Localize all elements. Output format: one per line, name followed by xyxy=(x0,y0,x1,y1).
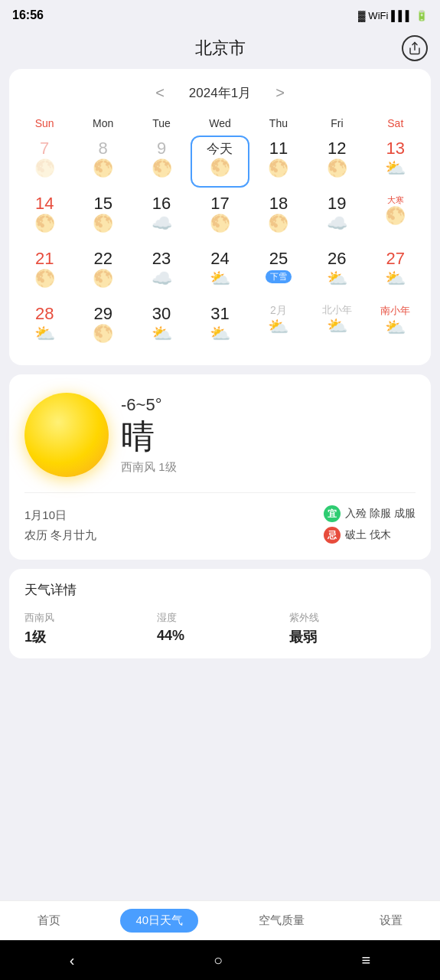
calendar-day-18[interactable]: 18 🌕 xyxy=(249,191,308,243)
calendar-day-14[interactable]: 14 🌕 xyxy=(15,191,73,243)
home-button[interactable]: ○ xyxy=(213,952,223,969)
day-header-thu: Thu xyxy=(249,114,308,132)
calendar-day-21[interactable]: 21 🌕 xyxy=(15,246,73,298)
almanac-row: 1月10日 农历 冬月廿九 宜 入殓 除服 成服 忌 破土 伐木 xyxy=(24,492,416,544)
calendar-day-feb1[interactable]: 2月 ⛅ xyxy=(249,301,308,353)
weather-icon-21: 🌕 xyxy=(34,270,55,287)
day-header-wed: Wed xyxy=(191,114,249,132)
almanac-yi: 宜 入殓 除服 成服 xyxy=(324,505,416,522)
calendar-day-27[interactable]: 27 ⛅ xyxy=(367,246,425,298)
weather-icon-19: ☁️ xyxy=(327,215,347,232)
weather-icon-22: 🌕 xyxy=(93,270,113,287)
calendar-day-29[interactable]: 29 🌕 xyxy=(73,301,132,353)
day-header-mon: Mon xyxy=(73,114,132,132)
detail-wind: 西南风 1级 xyxy=(24,611,151,646)
nav-40day[interactable]: 40日天气 xyxy=(120,909,198,933)
weather-icon-23: ☁️ xyxy=(152,270,172,287)
menu-button[interactable]: ≡ xyxy=(362,952,371,969)
almanac-date: 1月10日 农历 冬月廿九 xyxy=(24,505,96,544)
humidity-value: 44% xyxy=(157,628,184,644)
day-headers: Sun Mon Tue Wed Thu Fri Sat xyxy=(9,114,431,132)
signal-icon: ▌▌▌ xyxy=(391,10,412,21)
ji-badge: 忌 xyxy=(324,527,341,544)
weather-icon-north: ⛅ xyxy=(327,318,347,335)
next-month-button[interactable]: > xyxy=(266,81,294,105)
weather-icon-7: 🌕 xyxy=(34,160,55,177)
nav-settings[interactable]: 设置 xyxy=(364,909,418,933)
weather-icon-29: 🌕 xyxy=(93,325,113,342)
calendar-day-24[interactable]: 24 ⛅ xyxy=(191,246,249,298)
status-bar: 16:56 ▓ WiFi ▌▌▌ 🔋 xyxy=(0,0,440,31)
calendar-day-17[interactable]: 17 🌕 xyxy=(191,191,249,243)
details-section: 天气详情 西南风 1级 湿度 44% 紫外线 最弱 xyxy=(9,569,431,658)
weather-icon-south: ⛅ xyxy=(385,319,406,336)
calendar-day-22[interactable]: 22 🌕 xyxy=(73,246,132,298)
almanac-ji: 忌 破土 伐木 xyxy=(324,527,391,544)
day-header-sun: Sun xyxy=(15,114,73,132)
snow-badge: 下雪 xyxy=(266,270,292,283)
share-button[interactable] xyxy=(402,35,428,61)
weather-icon-26: ⛅ xyxy=(327,270,347,287)
calendar-day-11[interactable]: 11 🌕 xyxy=(249,136,308,188)
sun-icon-large xyxy=(24,393,109,477)
calendar-day-23[interactable]: 23 ☁️ xyxy=(132,246,191,298)
calendar-day-25[interactable]: 25 下雪 xyxy=(249,246,308,298)
month-nav: < 2024年1月 > xyxy=(9,78,431,114)
weather-info: -6~5° 晴 西南风 1级 xyxy=(121,395,416,474)
calendar-day-30[interactable]: 30 ⛅ xyxy=(132,301,191,353)
back-button[interactable]: ‹ xyxy=(70,952,75,969)
weather-icon-30: ⛅ xyxy=(152,325,172,342)
yi-badge: 宜 xyxy=(324,505,341,522)
almanac-right: 宜 入殓 除服 成服 忌 破土 伐木 xyxy=(324,505,416,544)
calendar-grid: 7 🌕 8 🌕 9 🌕 今天 🌕 11 🌕 12 🌕 13 ⛅ 14 xyxy=(9,132,431,356)
weather-icon-13: ⛅ xyxy=(385,160,406,177)
calendar-day-16[interactable]: 16 ☁️ xyxy=(132,191,191,243)
calendar-day-13[interactable]: 13 ⛅ xyxy=(367,136,425,188)
calendar-day-26[interactable]: 26 ⛅ xyxy=(308,246,366,298)
day-header-sat: Sat xyxy=(367,114,425,132)
weather-icon-9: 🌕 xyxy=(152,160,172,177)
calendar-day-31[interactable]: 31 ⛅ xyxy=(191,301,249,353)
weather-icon-31: ⛅ xyxy=(210,325,230,342)
calendar-day-12[interactable]: 12 🌕 xyxy=(308,136,366,188)
status-time: 16:56 xyxy=(12,8,44,22)
calendar-day-north-xiaonian[interactable]: 北小年 ⛅ xyxy=(308,301,366,353)
day-header-fri: Fri xyxy=(308,114,366,132)
detail-uv: 紫外线 最弱 xyxy=(289,611,416,646)
weather-icon-feb1: ⛅ xyxy=(268,318,288,335)
calendar-day-19[interactable]: 19 ☁️ xyxy=(308,191,366,243)
uv-value: 最弱 xyxy=(289,628,317,646)
nav-air-quality[interactable]: 空气质量 xyxy=(243,909,320,933)
detail-humidity: 湿度 44% xyxy=(157,611,283,646)
calendar-day-7[interactable]: 7 🌕 xyxy=(15,136,73,188)
weather-main: -6~5° 晴 西南风 1级 xyxy=(24,393,416,477)
page-title: 北京市 xyxy=(195,37,246,60)
wind-info: 西南风 1级 xyxy=(121,460,416,475)
weather-icon-24: ⛅ xyxy=(210,270,230,287)
calendar-day-28[interactable]: 28 ⛅ xyxy=(15,301,73,353)
weather-icon-18: 🌕 xyxy=(268,215,288,232)
calendar-day-dahan[interactable]: 大寒 🌕 xyxy=(367,191,425,243)
status-icons: ▓ WiFi ▌▌▌ 🔋 xyxy=(358,10,428,21)
weather-icon-16: ☁️ xyxy=(152,215,172,232)
details-grid: 西南风 1级 湿度 44% 紫外线 最弱 xyxy=(24,611,416,646)
day-header-tue: Tue xyxy=(132,114,191,132)
prev-month-button[interactable]: < xyxy=(146,81,174,105)
wind-label: 西南风 xyxy=(24,611,54,625)
weather-icon-27: ⛅ xyxy=(385,270,406,287)
battery-level-icon: 🔋 xyxy=(416,10,428,21)
weather-description: 晴 xyxy=(121,418,416,455)
calendar-day-south-xiaonian[interactable]: 南小年 ⛅ xyxy=(367,301,425,353)
calendar-day-8[interactable]: 8 🌕 xyxy=(73,136,132,188)
calendar-day-15[interactable]: 15 🌕 xyxy=(73,191,132,243)
battery-icon: ▓ xyxy=(358,10,365,21)
calendar-day-today[interactable]: 今天 🌕 xyxy=(191,136,249,188)
weather-icon-17: 🌕 xyxy=(210,215,230,232)
weather-icon-8: 🌕 xyxy=(93,160,113,177)
nav-home[interactable]: 首页 xyxy=(22,909,76,933)
humidity-label: 湿度 xyxy=(157,611,177,625)
calendar-day-9[interactable]: 9 🌕 xyxy=(132,136,191,188)
temperature-range: -6~5° xyxy=(121,395,416,415)
uv-label: 紫外线 xyxy=(289,611,319,625)
android-nav: ‹ ○ ≡ xyxy=(0,940,440,980)
